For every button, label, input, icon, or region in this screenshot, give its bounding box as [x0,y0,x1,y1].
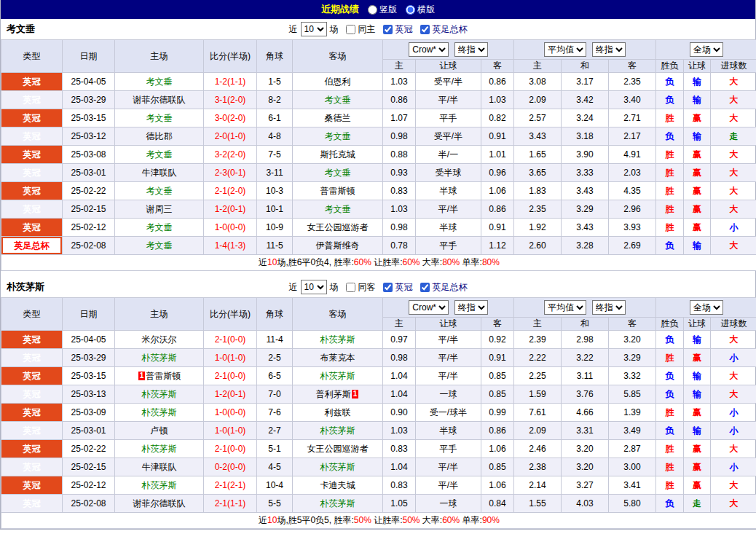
scope-select[interactable]: 全场 [690,42,723,57]
euro-home-odds-cell: 2.38 [514,458,562,476]
col-asian-home: 主 [383,318,416,331]
asian-away-odds-cell: 0.85 [481,385,514,404]
score-cell: 3-2(2-0) [204,146,257,164]
same-venue-checkbox[interactable] [346,25,355,34]
away-team-cell: 普利茅斯1 [293,385,383,404]
score-cell: 1-0(0-0) [204,219,257,237]
away-team-cell: 朴茨茅斯 [293,422,383,440]
match-type-cell: 英冠 [1,91,63,109]
away-team: 朴茨茅斯 [320,334,355,345]
home-team: 朴茨茅斯 [142,353,177,363]
euro-draw-odds-cell: 3.33 [562,164,609,182]
euro-home-odds-cell: 2.57 [514,109,562,127]
same-venue-checkbox[interactable] [346,283,355,292]
match-row: 英冠25-02-12考文垂1-0(0-0)10-9女王公园巡游者0.98半球0.… [1,219,756,237]
col-asian-home: 主 [383,60,416,73]
asian-handicap-cell: 半球 [416,219,481,237]
topbar: 近期战绩 竖版 横版 [1,0,755,19]
score-cell: 2-1(2-1) [204,476,257,495]
home-team: 谢菲尔德联队 [133,498,186,509]
euro-home-odds-cell: 2.35 [514,200,562,219]
match-count-select[interactable]: 10 [301,280,327,294]
match-date-cell: 25-02-08 [63,495,115,513]
asian-home-odds-cell: 0.98 [383,349,416,367]
asian-home-odds-cell: 0.88 [383,146,416,164]
home-team: 朴茨茅斯 [142,480,177,490]
home-team: 卢顿 [151,425,168,436]
asian-handicap-cell: 半/一 [416,146,481,164]
horizontal-radio[interactable] [406,5,415,15]
euro-away-odds-cell: 2.69 [609,237,656,255]
match-date-cell: 25-02-08 [63,237,115,255]
asian-handicap-cell: 平手 [416,237,481,255]
match-row: 英冠25-02-15谢周三1-2(0-1)10-1考文垂1.03平/半0.862… [1,200,756,219]
euro-avg-select[interactable]: 平均值 [544,300,586,315]
vertical-radio[interactable] [368,5,377,15]
result-cell: 负 [656,73,684,91]
scope-select[interactable]: 全场 [690,300,723,315]
euro-away-odds-cell: 4.91 [609,146,656,164]
asian-handicap-cell: 一球 [416,385,481,404]
asian-home-odds-cell: 1.03 [383,200,416,219]
asian-final-select[interactable]: 终指 [454,42,488,57]
league-filter-checkbox[interactable] [383,25,393,34]
result-cell: 负 [656,237,684,255]
goals-cell: 小 [711,458,756,476]
score-cell: 1-2(0-1) [204,385,257,404]
euro-home-odds-cell: 1.65 [514,146,562,164]
euro-avg-select[interactable]: 平均值 [544,42,586,57]
euro-final-select[interactable]: 终指 [592,300,626,315]
cup-filter-checkbox[interactable] [420,25,430,34]
asian-handicap-cell: 受半球 [416,164,481,182]
home-team: 米尔沃尔 [142,334,177,345]
corner-cell: 5-5 [257,495,293,513]
cup-filter-label: 英足总杯 [433,281,468,294]
euro-final-select[interactable]: 终指 [592,42,626,57]
away-team: 考文垂 [325,131,351,141]
match-type-cell: 英冠 [1,73,63,91]
match-row: 英冠25-03-13朴茨茅斯1-2(0-1)7-0普利茅斯11.04一球0.85… [1,385,756,404]
col-asian-away: 客 [481,60,514,73]
home-team: 朴茨茅斯 [142,407,177,417]
goals-cell: 大 [711,164,756,182]
cup-filter-checkbox[interactable] [420,283,430,292]
asian-source-select[interactable]: Crow* [409,42,449,57]
match-date-cell: 25-02-12 [63,219,115,237]
euro-draw-odds-cell: 2.98 [562,331,609,349]
league-filter-checkbox[interactable] [383,283,393,292]
asian-source-select[interactable]: Crow* [409,300,449,315]
home-team: 考文垂 [146,76,173,87]
home-team-cell: 德比郡 [115,127,204,146]
euro-away-odds-cell: 4.35 [609,182,656,200]
asian-final-select[interactable]: 终指 [454,300,488,315]
match-count-select[interactable]: 10 [301,22,327,36]
asian-handicap-cell: 平/半 [416,331,481,349]
score-cell: 3-0(2-0) [204,109,257,127]
asian-away-odds-cell: 1.03 [481,91,514,109]
col-home: 主场 [115,298,204,331]
page-title: 近期战绩 [321,3,359,16]
corner-cell: 3-11 [257,164,293,182]
away-team-cell: 朴茨茅斯 [293,495,383,513]
corner-cell: 2-7 [257,422,293,440]
layout-horizontal-option[interactable]: 横版 [406,4,435,16]
euro-draw-odds-cell: 4.03 [562,495,609,513]
summary-part: 让胜率: [371,515,403,525]
score-cell: 2-1(0-0) [204,331,257,349]
away-team-cell: 考文垂 [293,164,383,182]
col-away: 客场 [293,298,383,331]
layout-vertical-option[interactable]: 竖版 [368,4,397,16]
summary-text-cell: 近10场,胜5平0负5, 胜率:50% 让胜率:50% 大率:60% 单率:90… [1,513,756,529]
euro-home-odds-cell: 1.92 [514,219,562,237]
result-cell: 胜 [656,349,684,367]
results-tbody: 英冠25-04-05米尔沃尔2-1(0-0)11-4朴茨茅斯0.97平/半0.9… [1,331,756,513]
match-row: 英冠25-03-151普雷斯顿2-1(0-0)6-5朴茨茅斯1.04平/半0.8… [1,367,756,385]
corner-cell: 10-9 [257,219,293,237]
home-team-cell: 卢顿 [115,422,204,440]
result-cell: 胜 [656,146,684,164]
euro-away-odds-cell: 2.71 [609,109,656,127]
handicap-result-cell: 输 [684,422,711,440]
result-cell: 胜 [656,182,684,200]
handicap-result-cell: 输 [684,73,711,91]
summary-part: 10 [267,257,277,267]
